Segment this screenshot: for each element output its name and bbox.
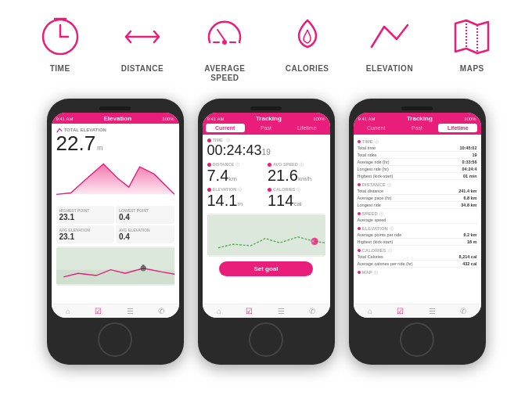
tracking-header: 9:41 AM Tracking 100% [203,113,330,124]
elevation-section: ELEVATION ⓘ 14.1 m [207,187,265,209]
nav-menu-3[interactable]: ☰ [429,307,436,315]
time-label: TIME [50,64,70,74]
detail-row: Average calories per ride (hr) 432 cal [358,261,477,268]
detail-screen: 9:41 AM Tracking 100% Current Past Lifet… [354,113,481,318]
dist-value: 7.4 [207,167,229,184]
time-dot [207,139,211,142]
cal-dot [268,188,271,192]
nav-phone[interactable]: ✆ [158,307,164,315]
tab-lifetime[interactable]: Lifetime [287,124,326,132]
elevation-map: ✕ [56,247,174,286]
dist-dot [207,163,211,167]
elev-unit: m [97,144,103,152]
detail-speed-label: SPEED ⓘ [358,211,477,216]
icon-item-elevation: ELEVATION [361,14,418,74]
stat-highest: HIGHEST POINT 23.1 [56,206,115,224]
nav-home[interactable]: ⌂ [66,307,70,315]
svg-text:✕: ✕ [311,239,315,243]
nav-phone-3[interactable]: ✆ [460,307,466,315]
track-time: 9:41 AM [207,117,225,121]
elevation-screen: 9:41 AM Elevation 100% TOTAL ELEVATION 2… [52,113,179,318]
detail-map-label: MAP ⓘ [358,270,477,275]
time-display: 00:24:43 19 [207,142,325,159]
elev-title: Elevation [74,115,163,122]
tracking-grid-2: ELEVATION ⓘ 14.1 m CALORIES ⓘ [207,187,325,209]
detail-row: Average speed [358,217,477,224]
detail-row: Total distance 241.4 km [358,188,477,195]
elev-time: 9:41 AM [56,117,74,121]
phone-elevation: 9:41 AM Elevation 100% TOTAL ELEVATION 2… [47,99,184,365]
tracking-content: TIME ⓘ 00:24:43 19 DISTANCE ⓘ [203,135,330,304]
detail-elevation-label: ELEVATION ⓘ [358,226,477,231]
detail-row: Longest ride 34.8 km [358,202,477,209]
distance-icon [120,14,165,59]
svg-marker-9 [455,20,488,53]
tab-current[interactable]: Current [206,124,245,132]
elevation-bottom-nav[interactable]: ⌂ ☑ ☰ ✆ [52,304,179,318]
detail-tabs[interactable]: Current Past Lifetime [354,124,481,135]
tracking-bottom-nav[interactable]: ⌂ ☑ ☰ ✆ [203,304,330,318]
detail-row: Longest ride (hr) 04:24:4 [358,166,477,173]
tab-past[interactable]: Past [246,124,286,132]
tracking-screen: 9:41 AM Tracking 100% Current Past Lifet… [203,113,330,318]
detail-time-label: TIME ⓘ [358,139,477,144]
maps-icon [449,14,494,59]
nav-activity-2[interactable]: ☑ [246,307,253,315]
nav-phone-2[interactable]: ✆ [309,307,315,315]
elev-track-value: 14.1 [207,192,238,209]
speed-icon [202,14,247,59]
nav-home-2[interactable]: ⌂ [217,307,221,315]
stat-avg1: AVG ELEVATION 23.1 [56,225,115,243]
detail-row: Total Calories 8,214 cal [358,254,477,261]
stat-avg2: AVG ELEVATION 0.4 [116,225,174,243]
detail-title: Tracking [376,115,465,122]
time-icon [38,14,83,59]
stat-lowest: LOWEST POINT 0.4 [116,206,174,224]
maps-label: MAPS [460,64,484,74]
phone-detail: 9:41 AM Tracking 100% Current Past Lifet… [349,99,486,365]
elevation-value-row: 22.7 m [56,133,174,153]
detail-row: Average pace (hr) 6.8 km [358,195,477,202]
nav-activity[interactable]: ☑ [95,307,102,315]
detail-distance-label: DISTANCE ⓘ [358,182,477,187]
calories-section: CALORIES ⓘ 114 cal [268,187,325,209]
svg-rect-16 [207,215,325,255]
calories-icon [285,14,330,59]
svg-text:✕: ✕ [142,264,145,268]
track-battery: 100% [313,117,325,121]
elevation-chart [56,157,174,200]
nav-home-3[interactable]: ⌂ [368,307,372,315]
speed-label: AVERAGE SPEED [196,64,253,83]
feature-icons-row: TIME DISTANCE AVERAGE SPEED CALORIES [0,0,532,91]
detail-row: Highest (kick-start) 01 min [358,173,477,180]
avg-speed-section: AVG SPEED ⓘ 21.6 km/h [268,162,325,184]
tab-detail-past[interactable]: Past [397,124,437,132]
elevation-header: 9:41 AM Elevation 100% [52,113,179,124]
icon-item-speed: AVERAGE SPEED [196,14,253,83]
dist-unit: km [228,175,237,182]
icon-item-distance: DISTANCE [113,14,171,74]
elev-big-value: 22.7 [56,133,96,153]
detail-row: Total rides 19 [358,152,477,159]
detail-time: 9:41 AM [358,117,376,121]
detail-bottom-nav[interactable]: ⌂ ☑ ☰ ✆ [354,304,481,318]
detail-header: 9:41 AM Tracking 100% [354,113,481,124]
speed-unit: km/h [298,175,311,182]
nav-activity-3[interactable]: ☑ [397,307,404,315]
distance-section: DISTANCE ⓘ 7.4 km [207,162,265,184]
nav-menu[interactable]: ☰ [127,307,134,315]
detail-row: Highest (kick-start) 18 m [358,239,477,246]
elev-dot [207,188,211,192]
set-goal-button[interactable]: Set goal [219,261,314,276]
detail-row: Average points per ride 6.2 km [358,232,477,239]
tab-detail-current[interactable]: Current [357,124,396,132]
calories-label: CALORIES [286,64,329,74]
tracking-tabs[interactable]: Current Past Lifetime [203,124,330,135]
elev-track-unit: m [237,200,243,207]
nav-menu-2[interactable]: ☰ [278,307,285,315]
tab-detail-lifetime[interactable]: Lifetime [438,124,477,132]
detail-battery: 100% [464,117,476,121]
track-title: Tracking [225,115,314,122]
svg-line-6 [217,30,225,40]
distance-label: DISTANCE [121,64,164,74]
